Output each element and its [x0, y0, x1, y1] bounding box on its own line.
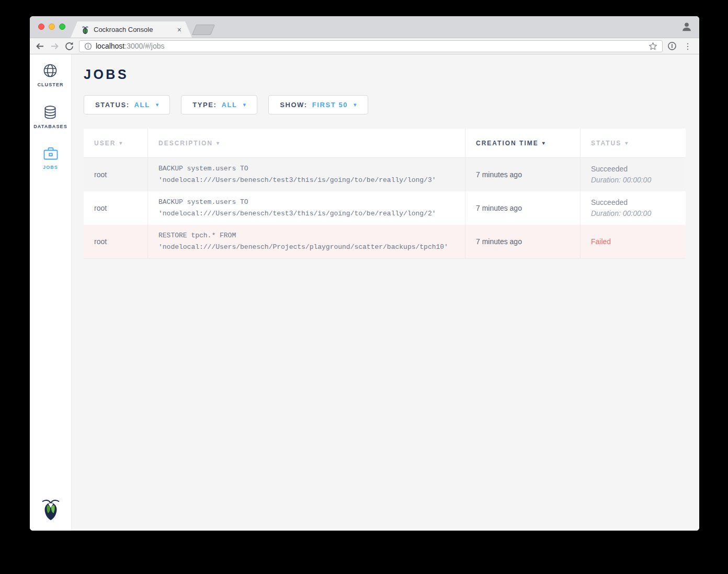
filter-label: STATUS: — [95, 101, 130, 109]
job-description: BACKUP system.users TO 'nodelocal:///Use… — [158, 197, 454, 220]
column-label: STATUS — [591, 140, 621, 147]
sidebar-item-label: JOBS — [43, 165, 58, 170]
chevron-down-icon: ▾ — [354, 101, 357, 108]
back-icon[interactable] — [35, 41, 45, 51]
jobs-table: USER ▾ DESCRIPTION ▾ CREATION TIME ▾ STA… — [84, 129, 686, 259]
page-title: JOBS — [84, 67, 686, 82]
column-header-status[interactable]: STATUS ▾ — [581, 129, 686, 158]
table-row: root BACKUP system.users TO 'nodelocal:/… — [84, 191, 686, 225]
url-host: localhost — [96, 42, 124, 50]
browser-toolbar: localhost:3000/#/jobs ⋮ — [30, 38, 699, 54]
sidebar-item-cluster[interactable]: CLUSTER — [37, 63, 63, 87]
status-filter-dropdown[interactable]: STATUS: ALL ▾ — [84, 95, 170, 114]
column-header-description[interactable]: DESCRIPTION ▾ — [148, 129, 465, 158]
sort-caret-icon: ▾ — [625, 140, 628, 146]
browser-tab[interactable]: Cockroach Console × — [71, 21, 192, 38]
job-user: root — [94, 237, 137, 246]
browser-menu-icon[interactable]: ⋮ — [681, 41, 694, 51]
sidebar-item-databases[interactable]: DATABASES — [33, 105, 67, 129]
table-header-row: USER ▾ DESCRIPTION ▾ CREATION TIME ▾ STA… — [84, 129, 686, 158]
url-text: localhost:3000/#/jobs — [96, 42, 165, 50]
tab-title: Cockroach Console — [94, 26, 173, 33]
filter-label: SHOW: — [280, 101, 308, 109]
sort-caret-icon: ▾ — [542, 140, 545, 146]
job-creation-time: 7 minutes ago — [476, 170, 570, 179]
forward-icon[interactable] — [50, 41, 60, 51]
globe-icon — [42, 63, 58, 78]
extension-icon[interactable] — [667, 41, 677, 51]
tab-close-icon[interactable]: × — [177, 26, 181, 33]
chevron-down-icon: ▾ — [156, 101, 159, 108]
browser-tab-bar: Cockroach Console × — [30, 16, 699, 38]
column-header-creation-time[interactable]: CREATION TIME ▾ — [465, 129, 581, 158]
app-body: CLUSTER DATABASES JOBS — [30, 54, 699, 531]
type-filter-dropdown[interactable]: TYPE: ALL ▾ — [181, 95, 257, 114]
sort-caret-icon: ▾ — [119, 140, 122, 146]
column-label: CREATION TIME — [476, 140, 539, 147]
briefcase-icon — [43, 146, 59, 161]
filter-value: FIRST 50 — [312, 101, 348, 109]
job-duration: Duration: 00:00:00 — [591, 208, 675, 219]
job-duration: Duration: 00:00:00 — [591, 175, 675, 186]
sidebar: CLUSTER DATABASES JOBS — [30, 54, 72, 531]
job-creation-time: 7 minutes ago — [476, 237, 570, 246]
job-status: Succeeded — [591, 164, 675, 175]
filters-row: STATUS: ALL ▾ TYPE: ALL ▾ SHOW: FIRST 50… — [84, 95, 686, 114]
job-user: root — [94, 204, 137, 212]
filter-value: ALL — [134, 101, 150, 109]
job-status: Succeeded — [591, 197, 675, 208]
job-status: Failed — [591, 236, 675, 247]
job-creation-time: 7 minutes ago — [476, 204, 570, 212]
sidebar-item-jobs[interactable]: JOBS — [43, 146, 59, 170]
url-path: :3000/#/jobs — [124, 42, 164, 50]
cockroach-logo — [41, 497, 61, 521]
job-user: root — [94, 170, 137, 179]
column-label: USER — [94, 140, 116, 147]
new-tab-button[interactable] — [192, 25, 215, 35]
column-label: DESCRIPTION — [158, 140, 213, 147]
zoom-window-button[interactable] — [59, 24, 65, 30]
page-info-icon[interactable] — [84, 42, 92, 50]
address-bar[interactable]: localhost:3000/#/jobs — [79, 40, 663, 52]
browser-profile-icon[interactable] — [681, 21, 692, 32]
filter-label: TYPE: — [192, 101, 217, 109]
sidebar-item-label: CLUSTER — [37, 82, 63, 87]
sidebar-item-label: DATABASES — [33, 124, 67, 129]
table-row: root RESTORE tpch.* FROM 'nodelocal:///U… — [84, 225, 686, 258]
job-description: BACKUP system.users TO 'nodelocal:///Use… — [158, 163, 454, 186]
browser-window: Cockroach Console × localhost:3000/#/j — [30, 16, 699, 531]
refresh-icon[interactable] — [64, 41, 74, 51]
filter-value: ALL — [222, 101, 237, 109]
sort-caret-icon: ▾ — [217, 140, 219, 146]
cockroach-favicon-icon — [81, 26, 89, 34]
traffic-lights — [38, 24, 65, 30]
jobs-page: JOBS STATUS: ALL ▾ TYPE: ALL ▾ SHOW: FIR… — [72, 54, 699, 531]
bookmark-star-icon[interactable] — [649, 42, 657, 51]
table-row: root BACKUP system.users TO 'nodelocal:/… — [84, 158, 686, 191]
job-description: RESTORE tpch.* FROM 'nodelocal:///Users/… — [158, 230, 454, 253]
database-icon — [42, 105, 58, 120]
minimize-window-button[interactable] — [49, 24, 55, 30]
show-filter-dropdown[interactable]: SHOW: FIRST 50 ▾ — [268, 95, 368, 114]
chevron-down-icon: ▾ — [243, 101, 246, 108]
column-header-user[interactable]: USER ▾ — [84, 129, 148, 158]
close-window-button[interactable] — [38, 24, 44, 30]
